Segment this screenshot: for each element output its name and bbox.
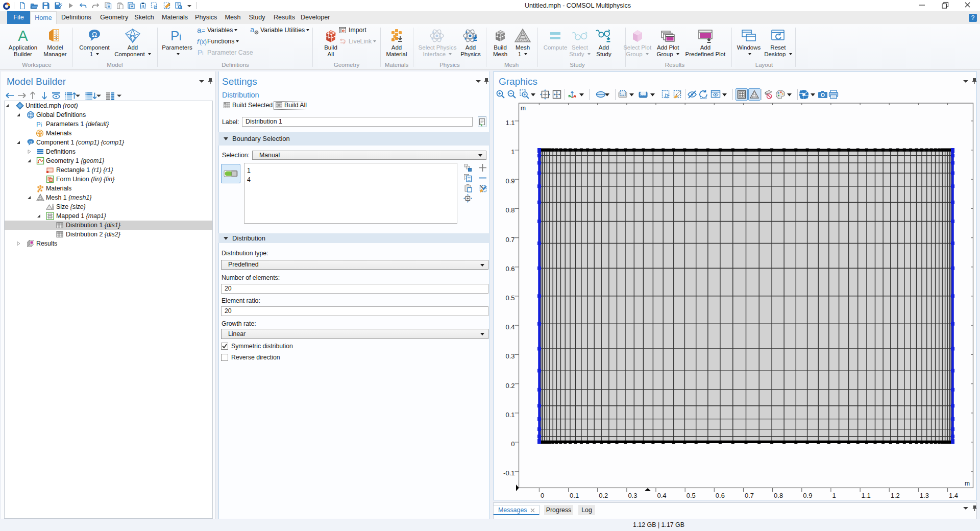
svg-text:m: m	[521, 105, 526, 112]
svg-text:0.4: 0.4	[505, 323, 514, 331]
svg-text:1.3: 1.3	[920, 492, 929, 499]
svg-text:0.9: 0.9	[505, 177, 514, 185]
svg-text:1.1: 1.1	[862, 492, 871, 499]
svg-text:Ω: Ω	[29, 140, 32, 144]
svg-text:0.9: 0.9	[803, 492, 812, 499]
svg-text:0.5: 0.5	[505, 294, 514, 302]
svg-text:0.1: 0.1	[505, 411, 514, 419]
svg-text:0.6: 0.6	[716, 492, 725, 499]
svg-text:i: i	[41, 122, 42, 128]
svg-text:1.1: 1.1	[505, 119, 514, 127]
svg-text:0.3: 0.3	[628, 492, 637, 499]
svg-text:1: 1	[511, 148, 514, 156]
svg-text:0.8: 0.8	[505, 206, 514, 214]
svg-text:0.8: 0.8	[774, 492, 783, 499]
svg-text:0: 0	[541, 492, 544, 499]
svg-text:P: P	[36, 120, 41, 128]
svg-text:m: m	[965, 480, 970, 487]
svg-text:0.5: 0.5	[687, 492, 696, 499]
svg-text:0.3: 0.3	[505, 352, 514, 360]
svg-text:1.2: 1.2	[891, 492, 900, 499]
svg-text:0.4: 0.4	[657, 492, 667, 499]
svg-text:1.4: 1.4	[949, 492, 958, 499]
svg-text:1: 1	[832, 492, 836, 499]
svg-text:0: 0	[511, 440, 514, 448]
svg-text:-0.1: -0.1	[503, 469, 514, 477]
svg-text:0.7: 0.7	[505, 236, 514, 244]
svg-text:0.7: 0.7	[745, 492, 754, 499]
svg-text:0.1: 0.1	[570, 492, 579, 499]
svg-text:0.2: 0.2	[599, 492, 608, 499]
svg-text:a: a	[250, 26, 255, 34]
svg-text:0.2: 0.2	[505, 382, 514, 390]
svg-text:0.6: 0.6	[505, 265, 514, 273]
